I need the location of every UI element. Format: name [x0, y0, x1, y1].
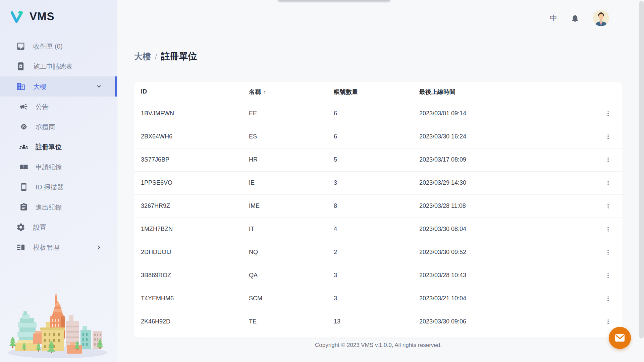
sidebar-item-label: ID 掃描器 — [36, 183, 63, 192]
table-row: 1BVJMFWN EE 6 2023/03/01 09:14 — [134, 102, 623, 125]
clipboard-icon — [19, 203, 28, 212]
row-actions-kebab-icon[interactable] — [601, 246, 615, 259]
cell-accounts: 6 — [334, 125, 419, 148]
sidebar-item-label: 承攬商 — [36, 122, 55, 131]
cell-last-online: 2023/03/28 10:43 — [419, 264, 594, 287]
cell-id: 3267HR9Z — [134, 194, 249, 218]
cell-last-online: 2023/03/30 09:06 — [419, 310, 594, 333]
row-actions-kebab-icon[interactable] — [601, 292, 615, 305]
cell-id: 3B869ROZ — [134, 264, 249, 287]
row-actions-kebab-icon[interactable] — [601, 269, 615, 282]
sidebar-item-registered-units[interactable]: 註冊單位 — [0, 137, 117, 157]
cell-last-online: 2023/03/17 08:09 — [419, 148, 594, 171]
sidebar-item-label: 大樓 — [33, 82, 46, 91]
cell-name: EE — [249, 102, 334, 125]
sidebar-item-label: 公告 — [36, 102, 49, 111]
column-header-id[interactable]: ID — [134, 82, 249, 102]
cell-id: T4YEMHM6 — [134, 287, 249, 310]
construction-form-icon — [16, 62, 25, 71]
breadcrumb-parent[interactable]: 大樓 — [134, 51, 151, 62]
sidebar-item-settings[interactable]: 設置 — [0, 217, 117, 237]
cell-last-online: 2023/03/30 09:52 — [419, 241, 594, 264]
cell-accounts: 4 — [334, 218, 419, 241]
cell-accounts: 2 — [334, 241, 419, 264]
row-actions-kebab-icon[interactable] — [601, 153, 615, 167]
sidebar-item-application-records[interactable]: 申請紀錄 — [0, 157, 117, 177]
language-switcher[interactable]: 中 — [550, 13, 557, 23]
row-actions-kebab-icon[interactable] — [601, 176, 615, 190]
column-header-actions — [594, 82, 623, 102]
cell-name: ES — [249, 125, 334, 148]
table-header-row: ID 名稱↑ 帳號數量 最後上線時間 — [134, 82, 623, 102]
sidebar-item-announcements[interactable]: 公告 — [0, 97, 117, 117]
page-scrollbar[interactable] — [639, 1, 644, 339]
smartphone-icon — [19, 183, 28, 191]
copyright-footer: Copyright © 2023 VMS v.1.0.0, All rights… — [134, 342, 623, 349]
inbox-icon — [16, 42, 25, 51]
cell-name: NQ — [249, 241, 334, 264]
cell-name: QA — [249, 264, 334, 287]
cell-name: IT — [249, 218, 334, 241]
table-row: T4YEMHM6 SCM 3 2023/03/21 10:04 — [134, 287, 623, 310]
cell-id: 2K46H92D — [134, 310, 249, 333]
megaphone-icon — [19, 102, 28, 111]
cell-last-online: 2023/03/21 10:04 — [419, 287, 594, 310]
vms-logo-icon — [9, 9, 25, 24]
sidebar-item-label: 進出紀錄 — [36, 203, 62, 212]
envelope-icon — [615, 334, 625, 342]
app-title: VMS — [30, 10, 55, 23]
table-row: 2DHDUOIJ NQ 2 2023/03/30 09:52 — [134, 241, 623, 264]
row-actions-kebab-icon[interactable] — [601, 315, 615, 328]
column-header-accounts[interactable]: 帳號數量 — [334, 82, 419, 102]
cell-accounts: 3 — [334, 171, 419, 194]
sidebar-item-building[interactable]: 大樓 — [0, 76, 117, 97]
ticket-icon — [19, 163, 28, 171]
breadcrumb-separator: / — [155, 53, 157, 61]
row-actions-kebab-icon[interactable] — [601, 199, 615, 213]
sidebar-item-contractors[interactable]: 承攬商 — [0, 117, 117, 137]
user-avatar[interactable] — [593, 10, 609, 26]
cell-accounts: 13 — [334, 310, 419, 333]
registered-units-table: ID 名稱↑ 帳號數量 最後上線時間 1BVJMFWN EE 6 2023/03… — [134, 82, 623, 333]
notifications-bell-icon[interactable] — [571, 14, 580, 23]
chat-support-button[interactable] — [609, 327, 631, 349]
sidebar-item-access-records[interactable]: 進出紀錄 — [0, 197, 117, 217]
cell-id: 1PPSE6VO — [134, 171, 249, 194]
sidebar-item-template-management[interactable]: 模板管理 — [0, 237, 117, 257]
row-actions-kebab-icon[interactable] — [601, 107, 615, 120]
top-notch-shadow — [278, 0, 390, 2]
sidebar-item-inbox[interactable]: 收件匣 (0) — [0, 36, 117, 56]
building-icon — [16, 82, 25, 91]
row-actions-kebab-icon[interactable] — [601, 223, 615, 236]
table-row: 1PPSE6VO IE 3 2023/03/29 14:30 — [134, 171, 623, 194]
cell-id: 3S77J6BP — [134, 148, 249, 171]
cell-name: IME — [249, 194, 334, 218]
sidebar-item-construction-applications[interactable]: 施工申請總表 — [0, 56, 117, 76]
cell-last-online: 2023/03/29 14:30 — [419, 171, 594, 194]
handshake-icon — [19, 122, 28, 131]
gear-icon — [16, 223, 25, 232]
breadcrumb: 大樓 / 註冊單位 — [134, 50, 197, 62]
cell-accounts: 3 — [334, 264, 419, 287]
cell-accounts: 6 — [334, 102, 419, 125]
sidebar-item-label: 模板管理 — [33, 243, 59, 252]
sidebar-item-id-scanner[interactable]: ID 掃描器 — [0, 177, 117, 197]
cell-accounts: 3 — [334, 287, 419, 310]
cell-accounts: 5 — [334, 148, 419, 171]
cell-last-online: 2023/03/01 09:14 — [419, 102, 594, 125]
table-row: 2BX64WH6 ES 6 2023/03/30 16:24 — [134, 125, 623, 148]
registered-units-table-card: ID 名稱↑ 帳號數量 最後上線時間 1BVJMFWN EE 6 2023/03… — [134, 82, 623, 338]
cell-last-online: 2023/03/28 11:08 — [419, 194, 594, 218]
app-logo[interactable]: VMS — [9, 9, 55, 24]
column-header-name[interactable]: 名稱↑ — [249, 82, 334, 102]
chevron-right-icon — [96, 244, 102, 250]
table-body: 1BVJMFWN EE 6 2023/03/01 09:14 2BX64WH6 … — [134, 102, 623, 333]
chevron-down-icon — [96, 83, 102, 89]
row-actions-kebab-icon[interactable] — [601, 130, 615, 143]
table-row: 3267HR9Z IME 8 2023/03/28 11:08 — [134, 194, 623, 218]
table-row: 2K46H92D TE 13 2023/03/30 09:06 — [134, 310, 623, 333]
cell-name: SCM — [249, 287, 334, 310]
registered-units-people-icon — [19, 142, 28, 151]
column-header-last-online[interactable]: 最後上線時間 — [419, 82, 594, 102]
sidebar-item-label: 註冊單位 — [36, 142, 62, 152]
